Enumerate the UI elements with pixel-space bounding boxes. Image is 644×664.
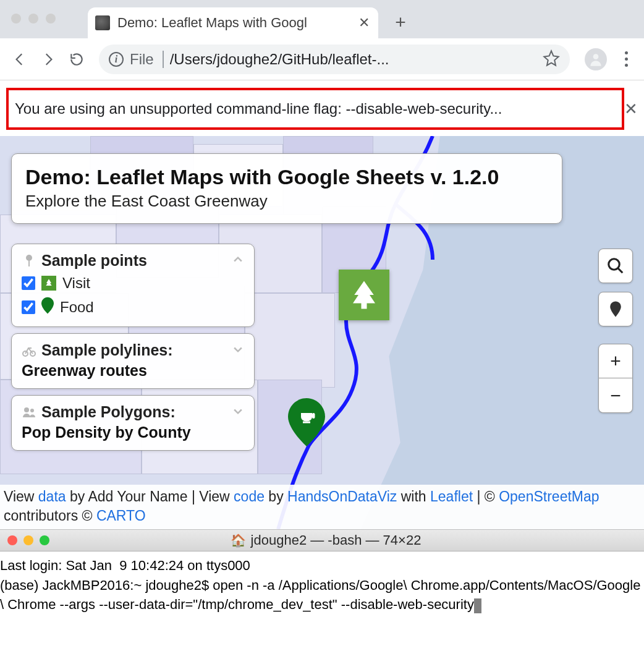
chevron-down-icon — [232, 341, 244, 359]
close-icon[interactable]: ✕ — [358, 15, 370, 31]
legend-header-polylines[interactable]: Sample polylines: — [22, 341, 244, 359]
legend-panel-polygons: Sample Polygons: Pop Density by County — [11, 395, 255, 451]
profile-avatar-icon[interactable] — [585, 48, 607, 70]
window-traffic-lights — [11, 14, 56, 23]
link-leaflet[interactable]: Leaflet — [430, 488, 473, 504]
address-bar[interactable]: i File /Users/jdoughe2/GitHub/leaflet-..… — [99, 45, 570, 74]
legend-polygons-sub: Pop Density by County — [22, 424, 244, 441]
legend-label-food: Food — [60, 299, 94, 316]
leaflet-map[interactable]: Demo: Leaflet Maps with Google Sheets v.… — [0, 136, 644, 529]
link-data[interactable]: data — [38, 488, 66, 504]
map-title-card: Demo: Leaflet Maps with Google Sheets v.… — [11, 153, 562, 224]
infobar-text: You are using an unsupported command-lin… — [15, 100, 502, 117]
browser-tab[interactable]: Demo: Leaflet Maps with Googl ✕ — [88, 7, 378, 38]
bookmark-star-icon[interactable] — [543, 49, 560, 69]
browser-toolbar: i File /Users/jdoughe2/GitHub/leaflet-..… — [0, 38, 644, 80]
home-icon: 🏠 — [231, 533, 246, 548]
terminal-title-text: jdoughe2 — -bash — 74×22 — [251, 532, 422, 548]
legend-polygons-title: Sample Polygons: — [41, 403, 176, 421]
infobar-close-icon[interactable]: ✕ — [624, 100, 638, 119]
terminal-close-dot[interactable] — [7, 535, 17, 545]
link-osm[interactable]: OpenStreetMap — [499, 488, 599, 504]
link-code[interactable]: code — [234, 488, 265, 504]
legend-item-food[interactable]: Food — [22, 297, 244, 318]
tab-favicon — [95, 15, 110, 30]
browser-menu-button[interactable] — [617, 51, 635, 67]
terminal-line-2: (base) JackMBP2016:~ jdoughe2$ open -n -… — [0, 577, 640, 613]
tab-strip: Demo: Leaflet Maps with Googl ✕ + — [0, 0, 644, 38]
site-info-icon[interactable]: i — [109, 52, 124, 67]
map-controls: + − — [598, 249, 633, 413]
forward-button[interactable] — [37, 48, 59, 70]
svg-point-9 — [609, 259, 620, 270]
zoom-out-button[interactable]: − — [598, 378, 633, 413]
svg-rect-1 — [312, 413, 315, 419]
window-zoom-dot[interactable] — [46, 14, 56, 23]
legend-label-visit: Visit — [62, 275, 90, 292]
zoom-in-button[interactable]: + — [598, 344, 633, 378]
zoom-controls: + − — [598, 344, 633, 413]
map-legend: Sample points Visit Food Sample pol — [11, 244, 255, 451]
back-button[interactable] — [9, 48, 31, 70]
link-handsondataviz[interactable]: HandsOnDataViz — [287, 488, 397, 504]
svg-rect-4 — [28, 260, 30, 266]
browser-chrome: Demo: Leaflet Maps with Googl ✕ + i File… — [0, 0, 644, 80]
unsupported-flag-infobar: You are using an unsupported command-lin… — [6, 88, 624, 130]
people-icon — [22, 405, 36, 420]
map-locate-button[interactable] — [598, 292, 633, 326]
svg-point-0 — [593, 54, 599, 59]
link-carto[interactable]: CARTO — [96, 508, 146, 524]
infobar-container: You are using an unsupported command-lin… — [0, 80, 644, 136]
legend-items: Visit Food — [22, 275, 244, 318]
terminal-titlebar[interactable]: 🏠 jdoughe2 — -bash — 74×22 — [0, 529, 644, 551]
legend-polylines-title: Sample polylines: — [41, 341, 173, 359]
legend-panel-points: Sample points Visit Food — [11, 244, 255, 327]
reload-button[interactable] — [66, 48, 88, 70]
legend-checkbox-food[interactable] — [22, 300, 35, 314]
terminal-traffic-lights — [7, 535, 49, 545]
terminal-cursor — [474, 598, 481, 613]
window-minimize-dot[interactable] — [28, 14, 38, 23]
url-scheme: File — [130, 51, 164, 68]
bike-icon — [22, 343, 36, 358]
tree-icon — [41, 276, 56, 291]
terminal-body[interactable]: Last login: Sat Jan 9 10:42:24 on ttys00… — [0, 551, 644, 653]
map-search-button[interactable] — [598, 249, 633, 283]
legend-polylines-sub: Greenway routes — [22, 362, 244, 380]
tab-title: Demo: Leaflet Maps with Googl — [117, 15, 354, 31]
svg-point-8 — [30, 409, 34, 412]
pushpin-icon — [22, 253, 36, 268]
svg-rect-2 — [303, 422, 310, 424]
legend-checkbox-visit[interactable] — [22, 276, 35, 290]
legend-header-points[interactable]: Sample points — [22, 252, 244, 270]
map-marker-food[interactable] — [288, 398, 325, 449]
window-close-dot[interactable] — [11, 14, 21, 23]
map-attribution: View data by Add Your Name | View code b… — [0, 485, 644, 529]
chevron-down-icon — [232, 403, 244, 421]
terminal-window: 🏠 jdoughe2 — -bash — 74×22 Last login: S… — [0, 529, 644, 653]
terminal-title: 🏠 jdoughe2 — -bash — 74×22 — [56, 532, 596, 548]
svg-point-7 — [24, 407, 29, 412]
chevron-up-icon — [232, 252, 244, 270]
legend-item-visit[interactable]: Visit — [22, 275, 244, 292]
terminal-zoom-dot[interactable] — [40, 535, 49, 545]
terminal-line-1: Last login: Sat Jan 9 10:42:24 on ttys00… — [0, 558, 250, 573]
legend-points-title: Sample points — [41, 252, 147, 270]
map-title: Demo: Leaflet Maps with Google Sheets v.… — [25, 165, 548, 189]
legend-header-polygons[interactable]: Sample Polygons: — [22, 403, 244, 421]
terminal-minimize-dot[interactable] — [23, 535, 33, 545]
legend-panel-polylines: Sample polylines: Greenway routes — [11, 333, 255, 389]
url-path: /Users/jdoughe2/GitHub/leaflet-... — [170, 51, 389, 68]
pin-icon — [41, 297, 54, 318]
map-subtitle: Explore the East Coast Greenway — [25, 192, 548, 211]
svg-point-3 — [26, 255, 32, 261]
new-tab-button[interactable]: + — [388, 10, 413, 35]
map-marker-visit[interactable] — [339, 270, 389, 320]
